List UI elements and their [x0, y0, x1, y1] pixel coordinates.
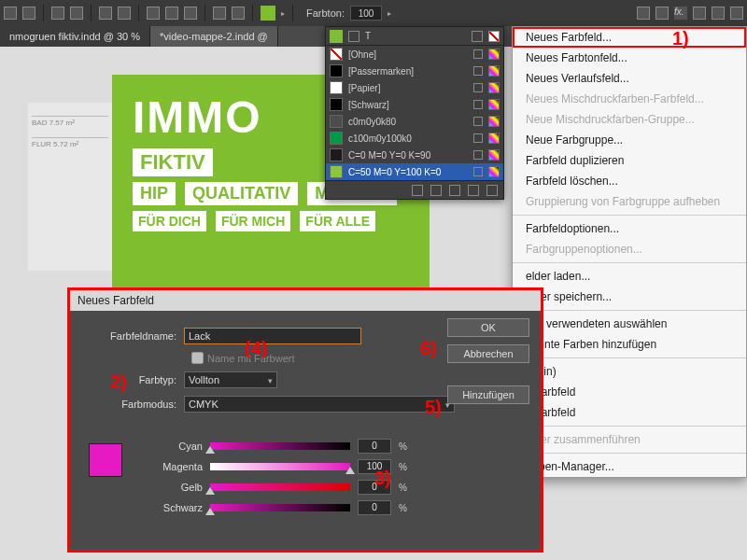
swatch-chip — [330, 98, 343, 111]
menu-item[interactable]: s Farbfeld — [513, 402, 746, 423]
swatches-panel-footer — [326, 180, 503, 199]
magenta-slider[interactable] — [210, 463, 350, 470]
swatch-chip — [330, 115, 343, 128]
menu-item: Gruppierung von Farbgruppe aufheben — [513, 191, 746, 212]
add-button[interactable]: Hinzufügen — [447, 385, 529, 404]
swatch-name: [Schwarz] — [348, 100, 468, 110]
menu-item: Farbgruppenoptionen... — [513, 239, 746, 259]
menu-item[interactable]: farben-Manager... — [513, 456, 746, 477]
swatch-name-input[interactable] — [184, 328, 361, 344]
trash-icon[interactable] — [486, 185, 498, 196]
cyan-slider[interactable] — [210, 442, 350, 450]
swatch-row[interactable]: [Schwarz] — [326, 96, 503, 113]
color-mode-icon — [488, 133, 500, 144]
toolbar-icon[interactable] — [22, 7, 35, 20]
swatch-chip — [330, 48, 343, 61]
swatches-panel: T [Ohne][Passermarken][Papier][Schwarz]c… — [325, 26, 504, 200]
swatch-chip — [330, 81, 343, 94]
swatch-row[interactable]: c100m0y100k0 — [326, 130, 503, 147]
menu-item: elder zusammenführen — [513, 429, 746, 450]
menu-item[interactable]: elder laden... — [513, 266, 746, 287]
toolbar-icon[interactable] — [184, 7, 197, 20]
color-mode-icon — [488, 149, 500, 161]
new-swatch-icon[interactable] — [449, 185, 460, 196]
menu-item[interactable]: Neues Farbfeld... — [513, 27, 746, 48]
color-mode-icon — [488, 65, 500, 77]
new-group-icon[interactable] — [412, 185, 423, 196]
menu-item: Neues Mischdruckfarben-Farbfeld... — [513, 89, 746, 109]
menu-item[interactable]: Neue Farbgruppe... — [513, 130, 746, 150]
toolbar-icon[interactable] — [4, 7, 17, 20]
fx-icon[interactable]: fx. — [674, 7, 687, 20]
swatch-row[interactable]: c0m0y0k80 — [326, 113, 503, 130]
name-with-value-checkbox[interactable] — [191, 352, 204, 364]
cancel-button[interactable]: Abbrechen — [447, 344, 529, 363]
toolbar-icon[interactable] — [730, 7, 743, 20]
swatch-type-icon — [473, 100, 483, 109]
swatch-chip — [330, 64, 343, 77]
black-label: Schwarz — [145, 502, 203, 513]
swatch-name: C=50 M=0 Y=100 K=0 — [348, 167, 468, 177]
swatch-name: [Ohne] — [348, 49, 468, 60]
toolbar-icon[interactable] — [232, 7, 245, 20]
tint-input[interactable]: 100 — [350, 6, 382, 21]
menu-item: Neue Mischdruckfarben-Gruppe... — [513, 109, 746, 130]
toolbar-icon[interactable] — [213, 7, 226, 20]
toolbar-icon[interactable] — [70, 7, 83, 20]
menu-item[interactable]: s Farbfeld — [513, 382, 746, 402]
swatch-row[interactable]: C=50 M=0 Y=100 K=0 — [326, 163, 503, 180]
toolbar-icon[interactable] — [637, 7, 650, 20]
color-mode-icon — [488, 99, 500, 110]
menu-item[interactable]: (klein) — [513, 361, 746, 382]
menu-item[interactable]: Neues Verlaufsfeld... — [513, 68, 746, 89]
document-tab[interactable]: *video-mappe-2.indd @ — [150, 26, 278, 47]
swatch-row[interactable]: [Papier] — [326, 79, 503, 96]
folder-icon[interactable] — [430, 185, 442, 196]
panel-icon[interactable] — [472, 31, 483, 42]
toolbar-icon[interactable] — [147, 7, 160, 20]
new-swatch-dialog: Neues Farbfeld Farbfeldname: Name mit Fa… — [70, 290, 541, 550]
toolbar-icon[interactable] — [655, 7, 669, 20]
menu-item[interactable]: Neues Farbtonfeld... — [513, 48, 746, 68]
toolbar-icon[interactable] — [118, 7, 131, 20]
toolbar-icon[interactable] — [712, 7, 725, 20]
toolbar-icon[interactable] — [693, 7, 706, 20]
color-mode-icon — [488, 166, 500, 177]
toolbar-icon[interactable] — [51, 7, 64, 20]
black-value[interactable]: 0 — [358, 500, 391, 515]
menu-item[interactable]: Farbfeld duplizieren — [513, 150, 746, 171]
swatch-row[interactable]: [Ohne] — [326, 46, 503, 63]
ok-button[interactable]: OK — [447, 318, 529, 337]
fill-swatch[interactable] — [330, 30, 343, 43]
yellow-label: Gelb — [145, 482, 203, 493]
text-icon[interactable]: T — [365, 31, 371, 41]
toolbar-icon[interactable] — [99, 7, 112, 20]
cyan-value[interactable]: 0 — [358, 439, 391, 454]
swatch-name: [Papier] — [348, 83, 468, 93]
none-icon[interactable] — [488, 31, 500, 42]
menu-item[interactable]: Farbfeld löschen... — [513, 171, 746, 191]
swatch-name: c100m0y100k0 — [348, 133, 468, 144]
dropdown-arrow-icon[interactable]: ▸ — [281, 9, 285, 18]
document-tab[interactable]: nmogruen fiktiv.indd @ 30 % — [0, 26, 150, 47]
color-mode-icon — [488, 116, 500, 127]
color-mode-icon — [488, 49, 500, 60]
menu-item[interactable]: elder speichern... — [513, 287, 746, 307]
swatch-row[interactable]: [Passermarken] — [326, 63, 503, 79]
color-mode-select[interactable]: CMYK — [184, 396, 455, 413]
menu-item[interactable]: Farbfeldoptionen... — [513, 218, 746, 239]
black-slider[interactable] — [210, 504, 350, 511]
yellow-slider[interactable] — [210, 483, 350, 491]
color-type-select[interactable]: Vollton — [184, 371, 277, 388]
menu-item[interactable]: icht verwendeten auswählen — [513, 314, 746, 334]
app-toolbar: ▸ Farbton: 100 ▸ fx. — [0, 0, 747, 26]
color-preview — [89, 443, 122, 477]
swatch-chip — [330, 165, 343, 178]
dropdown-arrow-icon[interactable]: ▸ — [388, 9, 391, 18]
stroke-swatch-icon[interactable] — [348, 31, 359, 42]
menu-item[interactable]: nannte Farben hinzufügen — [513, 334, 746, 355]
fill-swatch[interactable] — [261, 6, 275, 21]
new-icon[interactable] — [468, 185, 479, 196]
toolbar-icon[interactable] — [165, 7, 178, 20]
swatch-row[interactable]: C=0 M=0 Y=0 K=90 — [326, 147, 503, 163]
